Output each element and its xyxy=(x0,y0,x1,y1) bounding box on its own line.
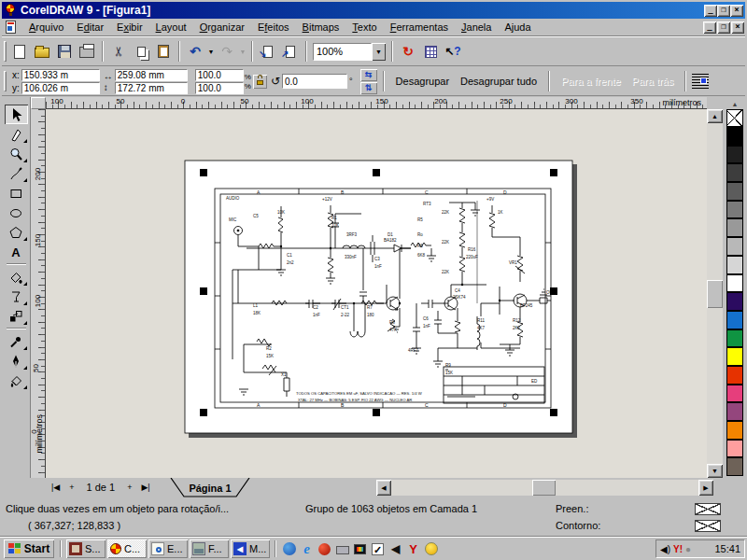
menu-janela[interactable]: Janela xyxy=(455,20,498,35)
first-page-button[interactable]: |◀ xyxy=(49,481,63,494)
ungroup-button[interactable]: Desagrupar xyxy=(390,73,455,90)
to-front-button[interactable]: Para a frente xyxy=(556,73,627,90)
zoom-tool[interactable] xyxy=(5,144,28,163)
scroll-down-button[interactable]: ▼ xyxy=(707,464,723,478)
graph-paper-button[interactable] xyxy=(419,40,442,63)
color-swatch[interactable] xyxy=(726,440,743,458)
color-swatch[interactable] xyxy=(726,385,743,403)
eyedropper-tool[interactable] xyxy=(5,331,28,351)
rotation-angle-field[interactable]: 0.0 xyxy=(282,74,347,89)
convert-to-curves-button[interactable] xyxy=(692,74,709,89)
realplayer-icon[interactable] xyxy=(317,541,332,556)
menu-ferramentas[interactable]: Ferramentas xyxy=(384,20,455,35)
object-width-field[interactable]: 259.08 mm xyxy=(115,69,188,81)
color-swatch[interactable] xyxy=(726,421,743,440)
start-button[interactable]: Start xyxy=(4,539,54,558)
volume-icon[interactable]: ◀) xyxy=(660,544,670,554)
redo-dropdown[interactable]: ▼ xyxy=(238,40,247,63)
save-button[interactable] xyxy=(53,40,76,63)
ie-icon[interactable]: e xyxy=(299,541,315,556)
scroll-up-button[interactable]: ▲ xyxy=(707,109,723,123)
desktop-icon[interactable] xyxy=(352,541,368,556)
redo-button[interactable]: ↷ xyxy=(216,40,238,63)
pick-tool[interactable] xyxy=(5,105,28,124)
horizontal-scrollbar[interactable]: ◀ ▶ xyxy=(376,480,713,496)
vertical-scrollbar[interactable]: ▲ ▼ xyxy=(707,109,723,478)
taskbar-button-M[interactable]: ◀M... xyxy=(231,539,270,558)
paste-button[interactable] xyxy=(152,40,175,63)
x-position-field[interactable]: 150.933 m xyxy=(21,69,100,81)
doc-restore-button[interactable]: ❐ xyxy=(717,21,730,34)
color-swatch[interactable] xyxy=(726,274,743,293)
copy-button[interactable] xyxy=(130,40,152,63)
smiley-icon[interactable] xyxy=(423,541,439,556)
no-color-swatch[interactable] xyxy=(726,109,743,127)
menu-editar[interactable]: Editar xyxy=(70,20,110,35)
fill-tool[interactable] xyxy=(5,371,28,390)
propbar-grip[interactable] xyxy=(4,71,7,91)
refresh-button[interactable]: ↻ xyxy=(397,40,419,63)
taskbar-button-F[interactable]: F... xyxy=(190,539,229,558)
tray-app-icon[interactable]: ● xyxy=(685,544,691,554)
doc-minimize-button[interactable]: _ xyxy=(703,21,716,34)
horizontal-ruler[interactable]: milímetros10050050100150200250300350 xyxy=(46,97,707,109)
toolbar-grip[interactable] xyxy=(4,41,7,62)
menu-organizar[interactable]: Organizar xyxy=(193,20,251,35)
color-swatch[interactable] xyxy=(726,311,743,329)
color-swatch[interactable] xyxy=(726,292,743,311)
color-swatch[interactable] xyxy=(726,201,743,219)
rectangle-tool[interactable] xyxy=(5,183,28,203)
color-swatch[interactable] xyxy=(726,402,743,421)
polygon-tool[interactable] xyxy=(5,222,28,242)
shape-tool[interactable] xyxy=(5,124,28,144)
taskbar-button-S[interactable]: S... xyxy=(66,539,106,558)
outline-tool[interactable] xyxy=(5,351,28,371)
scroll-right-button[interactable]: ▶ xyxy=(698,480,713,496)
add-page-before-button[interactable]: + xyxy=(66,481,77,494)
color-swatch[interactable] xyxy=(726,366,743,385)
add-page-after-button[interactable]: + xyxy=(124,481,134,494)
object-height-field[interactable]: 172.72 mm xyxy=(115,82,188,94)
palette-scroll-up[interactable]: ▲ xyxy=(726,98,744,109)
lock-ratio-button[interactable] xyxy=(253,75,267,89)
minimize-button[interactable]: _ xyxy=(704,5,717,17)
interactive-blend-tool[interactable] xyxy=(5,306,28,326)
speaker-icon[interactable]: ◀ xyxy=(388,541,403,556)
undo-dropdown[interactable]: ▼ xyxy=(206,40,216,63)
ruler-origin[interactable] xyxy=(31,97,46,109)
undo-button[interactable]: ↶ xyxy=(184,40,206,63)
yahoo-icon[interactable]: Y xyxy=(405,541,421,556)
export-button[interactable]: ↗ xyxy=(279,40,302,63)
close-button[interactable]: × xyxy=(730,5,743,17)
printer-icon[interactable] xyxy=(334,541,350,556)
print-button[interactable] xyxy=(76,40,98,63)
page-tab[interactable]: Página 1 xyxy=(170,478,250,497)
color-swatch[interactable] xyxy=(726,146,743,164)
import-button[interactable]: ↘ xyxy=(257,40,279,63)
check-icon[interactable]: ✓ xyxy=(370,541,386,556)
whats-this-button[interactable]: ↖? xyxy=(442,40,464,63)
interactive-transparency-tool[interactable] xyxy=(5,287,28,306)
mirror-horizontal-button[interactable]: ⇆ xyxy=(360,69,377,81)
color-swatch[interactable] xyxy=(726,457,743,476)
menu-layout[interactable]: Layout xyxy=(149,20,193,35)
vertical-scroll-thumb[interactable] xyxy=(707,280,723,308)
ellipse-tool[interactable] xyxy=(5,203,28,222)
mirror-vertical-button[interactable]: ⇅ xyxy=(360,82,377,94)
last-page-button[interactable]: ▶| xyxy=(138,481,152,494)
taskbar-button-E[interactable]: E... xyxy=(148,539,188,558)
color-swatch[interactable] xyxy=(726,256,743,274)
menu-arquivo[interactable]: Arquivo xyxy=(22,20,70,35)
zoom-level-value[interactable]: 100% xyxy=(313,43,372,61)
taskbar-button-C[interactable]: C... xyxy=(107,539,147,558)
menu-ajuda[interactable]: Ajuda xyxy=(498,20,537,35)
text-tool[interactable]: A xyxy=(5,242,28,261)
restore-button[interactable]: ❐ xyxy=(717,5,730,17)
to-back-button[interactable]: Para trás xyxy=(627,73,680,90)
color-swatch[interactable] xyxy=(726,163,743,182)
menu-exibir[interactable]: Exibir xyxy=(110,20,149,35)
scroll-left-button[interactable]: ◀ xyxy=(376,480,391,496)
drawing-canvas[interactable]: MICC510K+12VR110KC12n23RF3330nFD1BA182C3… xyxy=(46,109,707,478)
doc-close-button[interactable]: × xyxy=(731,21,744,34)
y-position-field[interactable]: 106.026 m xyxy=(21,82,100,94)
